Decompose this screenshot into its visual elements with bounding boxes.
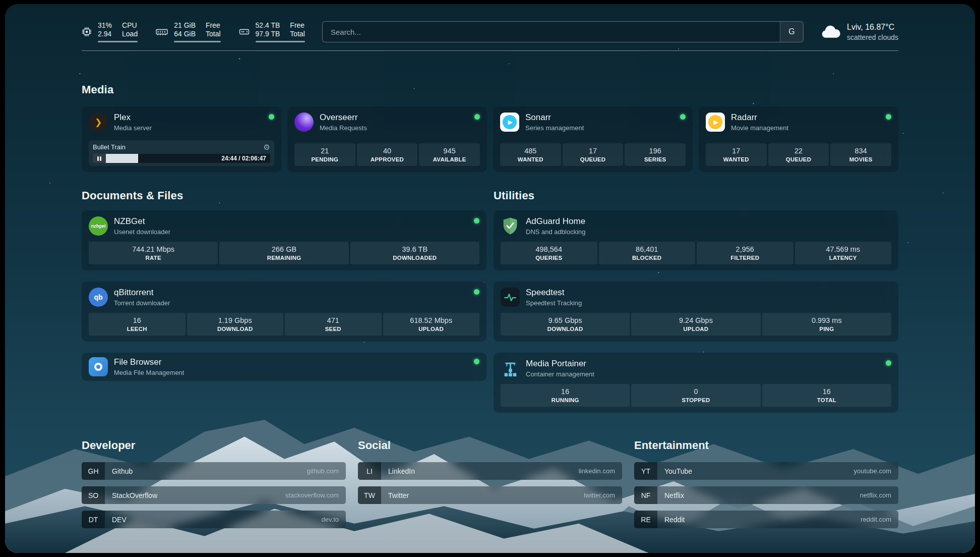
bookmark-group-developer: Developer GH Github github.com SO StackO… bbox=[82, 439, 346, 528]
stat-label: PING bbox=[764, 326, 889, 332]
stat-label: UPLOAD bbox=[385, 326, 478, 332]
service-card-adguard[interactable]: AdGuard Home DNS and adblocking 498,564 … bbox=[494, 210, 898, 270]
weather-widget: Lviv, 16.87°C scattered clouds bbox=[821, 23, 898, 41]
playback-time: 24:44 / 02:06:47 bbox=[221, 155, 266, 162]
stat-block: 16 TOTAL bbox=[762, 384, 891, 407]
section-title-documents: Documents & Files bbox=[82, 189, 486, 202]
stat-value: 9.65 Gbps bbox=[503, 316, 628, 324]
service-name: File Browser bbox=[114, 357, 184, 367]
radarr-icon: ▶ bbox=[706, 113, 725, 132]
adguard-shield-icon bbox=[501, 216, 520, 236]
stat-value: 471 bbox=[287, 316, 380, 324]
stat-block: 744.21 Mbps RATE bbox=[89, 242, 218, 264]
service-card-portainer[interactable]: Media Portainer Container management 16 … bbox=[494, 353, 898, 413]
stat-block: 21 PENDING bbox=[294, 143, 355, 166]
disk-labels: Free Total bbox=[290, 21, 305, 38]
portainer-crane-icon bbox=[501, 359, 520, 378]
status-dot-online bbox=[269, 114, 274, 120]
pause-button[interactable] bbox=[93, 154, 106, 163]
bookmark-name: DEV bbox=[112, 516, 127, 524]
service-description: Series management bbox=[525, 124, 584, 132]
cpu-icon bbox=[82, 27, 92, 37]
cpu-usage-bar bbox=[98, 41, 138, 42]
stat-value: 618.52 Mbps bbox=[385, 316, 478, 324]
stat-label: BLOCKED bbox=[601, 255, 694, 261]
stat-label: QUERIES bbox=[503, 255, 595, 261]
status-dot-online bbox=[886, 360, 891, 366]
service-card-overseerr[interactable]: Overseerr Media Requests 21 PENDING 40 A… bbox=[287, 106, 487, 172]
bookmark-netflix[interactable]: NF Netflix netflix.com bbox=[634, 486, 898, 504]
bookmark-name: Github bbox=[112, 467, 133, 475]
bookmark-youtube[interactable]: YT YouTube youtube.com bbox=[634, 462, 898, 480]
service-card-speedtest[interactable]: Speedtest Speedtest Tracking 9.65 Gbps D… bbox=[494, 282, 898, 342]
bookmark-name: StackOverflow bbox=[112, 491, 157, 499]
stat-value: 21 bbox=[296, 147, 353, 155]
weather-condition: scattered clouds bbox=[847, 33, 898, 41]
stat-value: 2,956 bbox=[699, 245, 791, 253]
sonarr-icon: ▶ bbox=[500, 113, 519, 132]
disk-total: 97.9 TB bbox=[256, 30, 280, 38]
stat-label: AVAILABLE bbox=[421, 156, 478, 162]
stat-label: RUNNING bbox=[503, 397, 628, 403]
section-title-developer: Developer bbox=[82, 439, 346, 452]
nzbget-icon: nzbget bbox=[89, 216, 108, 236]
service-description: Speedtest Tracking bbox=[526, 299, 582, 307]
stat-value: 40 bbox=[359, 147, 416, 155]
bookmark-reddit[interactable]: RE Reddit reddit.com bbox=[634, 511, 898, 528]
memory-labels: Free Total bbox=[206, 21, 221, 38]
service-name: qBittorrent bbox=[114, 288, 170, 298]
service-name: Radarr bbox=[731, 113, 788, 123]
service-description: Movie management bbox=[731, 124, 788, 132]
bookmark-url: netflix.com bbox=[860, 491, 891, 499]
bookmark-abbr: SO bbox=[82, 486, 105, 504]
stat-value: 22 bbox=[770, 147, 827, 155]
bookmark-github[interactable]: GH Github github.com bbox=[82, 462, 346, 480]
service-description: Media File Management bbox=[114, 369, 184, 376]
search-input[interactable] bbox=[323, 22, 780, 42]
bookmark-dev[interactable]: DT DEV dev.to bbox=[82, 511, 346, 528]
service-card-filebrowser[interactable]: File Browser Media File Management bbox=[82, 353, 486, 381]
bookmark-twitter[interactable]: TW Twitter twitter.com bbox=[358, 486, 622, 504]
cpu-widget: 31% 2.94 CPU Load bbox=[82, 21, 138, 42]
cpu-values: 31% 2.94 bbox=[98, 21, 112, 38]
service-name: Plex bbox=[114, 113, 152, 123]
service-card-plex[interactable]: ❯ Plex Media server Bullet Train ⚙ bbox=[82, 106, 281, 172]
service-card-nzbget[interactable]: nzbget NZBGet Usenet downloader 744.21 M… bbox=[82, 210, 486, 270]
stat-block: 17 QUEUED bbox=[563, 143, 624, 166]
bookmark-abbr: NF bbox=[634, 486, 657, 504]
stat-value: 0.993 ms bbox=[764, 316, 889, 324]
service-description: Usenet downloader bbox=[114, 228, 170, 236]
bookmark-abbr: YT bbox=[634, 462, 657, 480]
service-description: Media Requests bbox=[320, 124, 367, 132]
memory-widget: 21 GiB 64 GiB Free Total bbox=[156, 21, 220, 42]
stat-block: 17 WANTED bbox=[706, 143, 767, 166]
stat-value: 498,564 bbox=[503, 245, 595, 253]
stat-value: 16 bbox=[764, 387, 889, 396]
stat-block: 22 QUEUED bbox=[768, 143, 829, 166]
stat-block: 471 SEED bbox=[285, 313, 382, 336]
service-description: Torrent downloader bbox=[114, 299, 170, 307]
bookmark-linkedin[interactable]: LI LinkedIn linkedin.com bbox=[358, 462, 622, 480]
service-card-qbittorrent[interactable]: qb qBittorrent Torrent downloader 16 LEE… bbox=[82, 282, 486, 342]
service-description: Media server bbox=[114, 124, 152, 132]
stat-label: SERIES bbox=[627, 156, 684, 162]
filebrowser-icon bbox=[89, 357, 108, 376]
stat-block: 9.24 Gbps UPLOAD bbox=[631, 313, 760, 336]
stat-label: LEECH bbox=[91, 326, 183, 332]
bookmark-url: stackoverflow.com bbox=[285, 491, 339, 499]
service-card-sonarr[interactable]: ▶ Sonarr Series management 485 WANTED bbox=[493, 106, 693, 172]
gear-icon[interactable]: ⚙ bbox=[264, 143, 270, 151]
progress-fill bbox=[106, 154, 138, 163]
stat-value: 17 bbox=[565, 147, 622, 155]
bookmark-stackoverflow[interactable]: SO StackOverflow stackoverflow.com bbox=[82, 486, 346, 504]
service-card-radarr[interactable]: ▶ Radarr Movie management 17 WANTED bbox=[699, 106, 898, 172]
stat-block: 86,401 BLOCKED bbox=[599, 242, 696, 264]
qbittorrent-icon: qb bbox=[89, 288, 108, 307]
search-provider-button[interactable]: G bbox=[780, 22, 803, 42]
service-name: NZBGet bbox=[114, 216, 170, 227]
stat-label: STOPPED bbox=[633, 397, 758, 403]
bookmark-name: Twitter bbox=[388, 491, 409, 499]
stat-block: 1.19 Gbps DOWNLOAD bbox=[187, 313, 284, 336]
stat-block: 0.993 ms PING bbox=[762, 313, 891, 336]
top-bar: 31% 2.94 CPU Load bbox=[82, 4, 898, 42]
